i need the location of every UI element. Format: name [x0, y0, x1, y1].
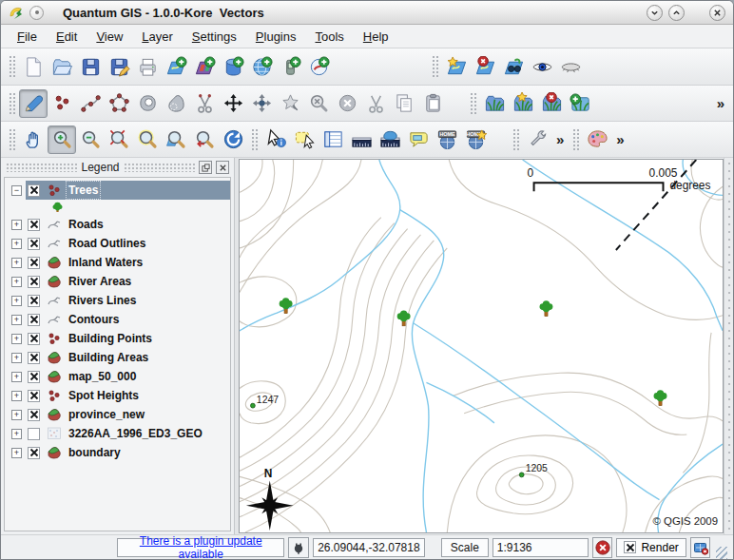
- menu-plugins[interactable]: Plugins: [247, 27, 305, 47]
- layer-visibility-checkbox[interactable]: [28, 219, 40, 231]
- legend-layer-map-50-000[interactable]: + map_50_000: [5, 367, 230, 386]
- close-panel-button[interactable]: [216, 161, 229, 174]
- expand-toggle[interactable]: +: [11, 296, 22, 306]
- expand-toggle[interactable]: +: [11, 391, 22, 401]
- legend-layer-roads[interactable]: + Roads: [5, 215, 230, 234]
- collapse-toggle[interactable]: −: [11, 185, 22, 196]
- layer-visibility-checkbox[interactable]: [28, 352, 40, 364]
- toggle-editing-button[interactable]: [19, 89, 48, 118]
- expand-toggle[interactable]: +: [11, 353, 22, 363]
- legend-layer-building-areas[interactable]: + Building Areas: [5, 348, 230, 367]
- expand-toggle[interactable]: +: [11, 315, 22, 325]
- add-postgis-layer-button[interactable]: [219, 52, 247, 81]
- refresh-map-button[interactable]: [219, 126, 247, 154]
- open-grass-mapset-button[interactable]: [480, 89, 509, 118]
- expand-toggle[interactable]: +: [11, 220, 22, 230]
- map-canvas[interactable]: 0 0.005 degrees 1247 1205: [239, 159, 724, 533]
- expand-toggle[interactable]: +: [11, 372, 22, 382]
- menu-file[interactable]: File: [9, 27, 46, 47]
- close-grass-mapset-button[interactable]: [537, 89, 566, 118]
- menu-edit[interactable]: Edit: [48, 27, 86, 47]
- add-wms-layer-button[interactable]: [247, 52, 276, 81]
- cut-features-button[interactable]: [361, 89, 390, 118]
- projection-button[interactable]: [690, 537, 711, 558]
- map-tips-button[interactable]: [404, 126, 433, 154]
- pan-map-button[interactable]: [19, 126, 48, 154]
- toolbar-overflow-button[interactable]: »: [712, 95, 729, 111]
- toolbar-grip[interactable]: [9, 55, 15, 78]
- menu-help[interactable]: Help: [355, 27, 397, 47]
- style-palette-button[interactable]: [583, 126, 611, 154]
- qgis-sponsors-button[interactable]: HOME: [461, 126, 490, 154]
- toolbar-overflow-button[interactable]: »: [611, 131, 628, 147]
- menu-view[interactable]: View: [87, 27, 131, 47]
- render-checkbox[interactable]: [624, 541, 636, 553]
- layer-visibility-checkbox[interactable]: [28, 409, 40, 421]
- window-menu-button[interactable]: [29, 6, 44, 20]
- layer-visibility-checkbox[interactable]: [28, 390, 40, 402]
- toolbar-grip[interactable]: [9, 92, 15, 114]
- layer-visibility-checkbox[interactable]: [28, 184, 40, 197]
- minimize-button[interactable]: [647, 5, 663, 21]
- expand-toggle[interactable]: +: [11, 448, 22, 458]
- toolbar-grip[interactable]: [512, 128, 519, 150]
- plugin-update-link[interactable]: There is a plugin update available: [125, 534, 277, 560]
- qgis-home-button[interactable]: HOME: [433, 126, 461, 154]
- layer-visibility-checkbox[interactable]: [28, 314, 40, 326]
- legend-layer-boundary[interactable]: + boundary: [5, 443, 230, 462]
- toolbar-grip[interactable]: [470, 92, 476, 114]
- split-features-button[interactable]: [190, 89, 219, 118]
- capture-polygon-button[interactable]: [105, 89, 133, 118]
- legend-layer-spot-heights[interactable]: + Spot Heights: [5, 386, 230, 405]
- expand-toggle[interactable]: +: [11, 258, 22, 268]
- zoom-out-button[interactable]: [76, 126, 105, 154]
- deselect-features-button[interactable]: [333, 89, 361, 118]
- scale-input[interactable]: [497, 541, 584, 554]
- capture-line-button[interactable]: [76, 89, 105, 118]
- print-composer-button[interactable]: [133, 52, 162, 81]
- remove-layer-button[interactable]: [471, 52, 499, 81]
- legend-layer-building-points[interactable]: + Building Points: [5, 329, 230, 348]
- zoom-to-layer-button[interactable]: [162, 126, 190, 154]
- move-vertex-button[interactable]: [247, 89, 276, 118]
- render-toggle[interactable]: Render: [616, 538, 686, 557]
- zoom-full-extent-button[interactable]: [105, 126, 133, 154]
- menu-layer[interactable]: Layer: [133, 27, 182, 47]
- legend-layer-rivers-lines[interactable]: + Rivers Lines: [5, 291, 230, 310]
- add-raster-layer-button[interactable]: [190, 52, 219, 81]
- expand-toggle[interactable]: +: [11, 410, 22, 420]
- zoom-in-button[interactable]: [48, 126, 76, 154]
- legend-layer-trees[interactable]: − Trees: [5, 181, 230, 200]
- layer-visibility-checkbox[interactable]: [28, 447, 40, 459]
- add-gps-layer-button[interactable]: [276, 52, 304, 81]
- select-features-button[interactable]: [290, 126, 319, 154]
- toolbar-grip[interactable]: [9, 128, 15, 150]
- expand-toggle[interactable]: +: [11, 334, 22, 344]
- hide-all-layers-button[interactable]: [556, 52, 585, 81]
- move-feature-button[interactable]: [219, 89, 247, 118]
- layer-visibility-checkbox[interactable]: [28, 295, 40, 307]
- save-project-button[interactable]: [76, 52, 105, 81]
- layer-visibility-checkbox[interactable]: [28, 276, 40, 288]
- legend-layer-river-areas[interactable]: + River Areas: [5, 272, 230, 291]
- toolbar-overflow-button[interactable]: »: [551, 131, 569, 147]
- stop-rendering-button[interactable]: [592, 537, 613, 558]
- measure-line-button[interactable]: [347, 126, 376, 154]
- menu-tools[interactable]: Tools: [306, 27, 352, 47]
- open-grass-tools-button[interactable]: [566, 89, 594, 118]
- layer-visibility-checkbox[interactable]: [28, 371, 40, 383]
- legend-layer-3226aa-raster[interactable]: + 3226AA_1996_ED3_GEO: [5, 424, 230, 443]
- expand-toggle[interactable]: +: [11, 429, 22, 439]
- capture-point-button[interactable]: [48, 89, 76, 118]
- zoom-to-selection-button[interactable]: [133, 126, 162, 154]
- options-wrench-button[interactable]: [523, 126, 551, 154]
- legend-layer-road-outlines[interactable]: + Road Outlines: [5, 234, 230, 253]
- title-bar[interactable]: Quantum GIS - 1.0.0-Kore Vectors: [1, 1, 733, 25]
- identify-features-button[interactable]: [261, 126, 290, 154]
- delete-selected-button[interactable]: [276, 89, 304, 118]
- expand-toggle[interactable]: +: [11, 277, 22, 287]
- menu-settings[interactable]: Settings: [184, 27, 245, 47]
- open-project-button[interactable]: [48, 52, 76, 81]
- add-wfs-layer-button[interactable]: [304, 52, 333, 81]
- float-panel-button[interactable]: [199, 161, 212, 174]
